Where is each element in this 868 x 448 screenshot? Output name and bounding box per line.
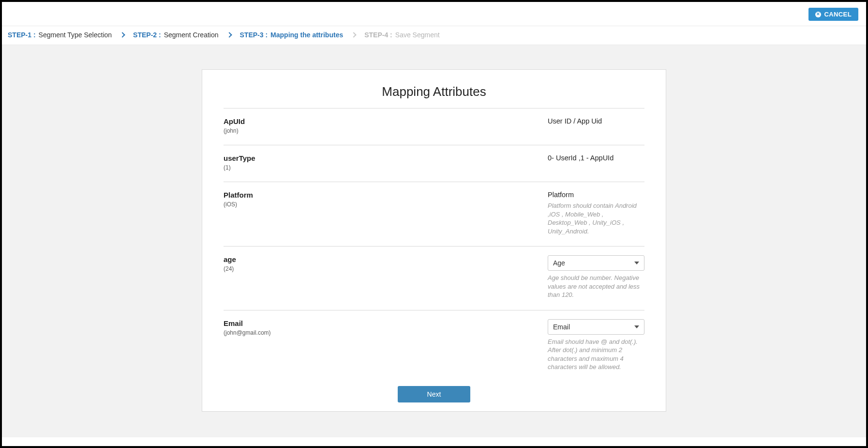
attr-row-apuid: ApUId (john) User ID / App Uid bbox=[224, 108, 644, 145]
select-value: Email bbox=[553, 323, 570, 331]
map-hint: Email should have @ and dot(.). After do… bbox=[548, 338, 644, 371]
bc-step-label: Save Segment bbox=[395, 31, 440, 39]
email-select[interactable]: Email bbox=[548, 319, 644, 335]
attr-name: userType bbox=[224, 154, 548, 162]
attr-left: Platform (iOS) bbox=[224, 191, 548, 235]
cancel-button[interactable]: ✕ CANCEL bbox=[808, 8, 858, 21]
mapping-attributes-card: Mapping Attributes ApUId (john) User ID … bbox=[202, 69, 666, 412]
bc-step-label: Mapping the attributes bbox=[270, 31, 343, 39]
map-hint: Platform should contain Android ,iOS , M… bbox=[548, 201, 644, 235]
breadcrumb-step-4: STEP-4 : Save Segment bbox=[364, 31, 439, 39]
attr-right: User ID / App Uid bbox=[548, 117, 644, 134]
attr-sample: (john@gmail.com) bbox=[224, 329, 548, 336]
breadcrumb-step-1[interactable]: STEP-1 : Segment Type Selection bbox=[8, 31, 112, 39]
map-label: User ID / App Uid bbox=[548, 117, 644, 125]
attr-name: Platform bbox=[224, 191, 548, 199]
cancel-label: CANCEL bbox=[824, 11, 852, 18]
card-title: Mapping Attributes bbox=[224, 84, 644, 99]
map-label: 0- UserId ,1 - AppUId bbox=[548, 154, 644, 162]
attr-right: 0- UserId ,1 - AppUId bbox=[548, 154, 644, 171]
attr-row-email: Email (john@gmail.com) Email Email shoul… bbox=[224, 310, 644, 382]
attr-row-usertype: userType (1) 0- UserId ,1 - AppUId bbox=[224, 145, 644, 182]
next-button[interactable]: Next bbox=[398, 386, 470, 402]
bc-step-label: Segment Creation bbox=[164, 31, 219, 39]
age-select[interactable]: Age bbox=[548, 255, 644, 271]
bc-step-prefix: STEP-2 : bbox=[133, 31, 161, 39]
page-body: Mapping Attributes ApUId (john) User ID … bbox=[2, 45, 866, 437]
chevron-right-icon bbox=[226, 32, 232, 37]
bc-step-prefix: STEP-4 : bbox=[364, 31, 392, 39]
attr-sample: (24) bbox=[224, 265, 548, 272]
breadcrumb-step-2[interactable]: STEP-2 : Segment Creation bbox=[133, 31, 218, 39]
attr-row-platform: Platform (iOS) Platform Platform should … bbox=[224, 182, 644, 246]
next-button-wrap: Next bbox=[224, 382, 644, 402]
attr-name: age bbox=[224, 255, 548, 263]
bc-step-label: Segment Type Selection bbox=[39, 31, 112, 39]
attr-sample: (john) bbox=[224, 127, 548, 134]
breadcrumb-step-3[interactable]: STEP-3 : Mapping the attributes bbox=[240, 31, 344, 39]
attr-row-age: age (24) Age Age should be number. Negat… bbox=[224, 246, 644, 310]
bc-step-prefix: STEP-3 : bbox=[240, 31, 268, 39]
map-hint: Age should be number. Negative values ar… bbox=[548, 274, 644, 299]
close-icon: ✕ bbox=[815, 12, 821, 17]
attr-right: Platform Platform should contain Android… bbox=[548, 191, 644, 235]
attr-name: Email bbox=[224, 319, 548, 327]
caret-down-icon bbox=[634, 262, 639, 264]
attr-sample: (1) bbox=[224, 164, 548, 171]
attr-name: ApUId bbox=[224, 117, 548, 125]
caret-down-icon bbox=[634, 325, 639, 328]
map-label: Platform bbox=[548, 191, 644, 199]
chevron-right-icon bbox=[351, 32, 357, 37]
select-value: Age bbox=[553, 259, 565, 267]
attr-sample: (iOS) bbox=[224, 201, 548, 208]
attr-left: ApUId (john) bbox=[224, 117, 548, 134]
attr-right: Email Email should have @ and dot(.). Af… bbox=[548, 319, 644, 371]
breadcrumb: STEP-1 : Segment Type Selection STEP-2 :… bbox=[2, 26, 866, 45]
attr-left: userType (1) bbox=[224, 154, 548, 171]
header-bar: ✕ CANCEL bbox=[2, 2, 866, 26]
attr-left: Email (john@gmail.com) bbox=[224, 319, 548, 371]
attr-right: Age Age should be number. Negative value… bbox=[548, 255, 644, 299]
bc-step-prefix: STEP-1 : bbox=[8, 31, 36, 39]
chevron-right-icon bbox=[120, 32, 125, 37]
attr-left: age (24) bbox=[224, 255, 548, 299]
